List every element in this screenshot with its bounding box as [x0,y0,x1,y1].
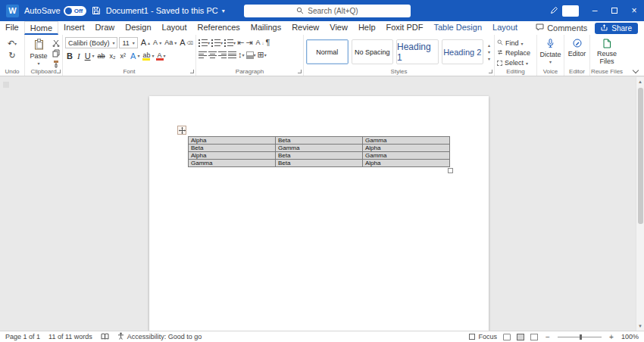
zoom-out-button[interactable]: − [544,333,552,341]
zoom-slider[interactable] [558,337,602,337]
search-input[interactable]: Search (Alt+Q) [244,5,411,17]
table-cell[interactable]: Gamma [363,137,450,145]
font-dialog-launcher[interactable] [190,70,194,73]
tab-home[interactable]: Home [24,21,58,35]
page-indicator[interactable]: Page 1 of 1 [5,333,40,340]
line-spacing-button[interactable]: ↕▾ [238,51,245,59]
font-size-select[interactable]: 11 ▾ [119,37,137,48]
editor-button[interactable]: Editor [567,37,587,58]
table-cell[interactable]: Gamma [189,160,276,167]
tab-help[interactable]: Help [353,21,381,35]
superscript-button[interactable]: x² [119,52,128,60]
styles-dialog-launcher[interactable] [489,70,492,73]
table-cell[interactable]: Beta [276,137,363,145]
table-move-handle[interactable] [177,126,186,135]
save-icon[interactable] [92,6,101,15]
tab-draw[interactable]: Draw [90,21,120,35]
comments-button[interactable]: Comments [536,23,587,33]
sort-button[interactable]: A↓ [254,39,264,46]
decrease-indent-button[interactable]: ⇤ [237,39,244,47]
numbering-button[interactable]: ▾ [211,39,223,46]
highlight-button[interactable]: ab▾ [141,52,154,61]
undo-button[interactable]: ↶▾ [8,39,17,48]
tab-table-layout[interactable]: Layout [487,21,523,35]
tab-review[interactable]: Review [286,21,324,35]
format-painter-button[interactable] [52,60,60,68]
copy-button[interactable] [52,49,60,58]
multilevel-list-button[interactable]: ▾ [224,39,236,46]
zoom-in-button[interactable]: + [608,333,615,341]
tab-file[interactable]: File [0,21,24,35]
change-case-button[interactable]: Aa▾ [163,39,177,46]
styles-gallery-more-icon[interactable]: ▾ [488,56,490,61]
style-normal[interactable]: Normal [306,39,349,64]
shrink-font-button[interactable]: A▾ [152,39,161,46]
bullets-button[interactable]: ▾ [199,39,210,46]
focus-button[interactable]: Focus [469,333,497,340]
zoom-level[interactable]: 100% [621,333,639,340]
user-avatar[interactable] [562,5,579,17]
vertical-scrollbar[interactable]: ▲ ▼ [636,77,644,331]
autosave-toggle[interactable]: Off [64,6,86,16]
tab-references[interactable]: References [192,21,245,35]
strikethrough-button[interactable]: ab [96,52,107,60]
collapse-ribbon-icon[interactable] [633,67,639,73]
document-title[interactable]: Document1 - Saved to this PC ▾ [106,6,225,15]
borders-button[interactable]: ⊞▾ [258,51,267,59]
shading-button[interactable]: ▾ [246,51,256,59]
style-heading-2[interactable]: Heading 2 [442,39,484,64]
restore-button[interactable] [605,0,624,21]
grow-font-button[interactable]: A▴ [139,39,150,47]
table-cell[interactable]: Alpha [189,137,276,145]
web-layout-button[interactable] [530,334,538,340]
find-button[interactable]: Find ▾ [497,39,534,47]
tab-mailings[interactable]: Mailings [245,21,286,35]
italic-button[interactable]: I [76,51,82,61]
styles-scroll-down-icon[interactable]: ▾ [488,49,490,54]
clipboard-dialog-launcher[interactable] [57,70,61,73]
tab-design[interactable]: Design [120,21,156,35]
table-cell[interactable]: Gamma [363,152,450,160]
proofing-icon[interactable] [101,333,109,340]
styles-scroll-up-icon[interactable]: ▴ [488,42,490,48]
reuse-files-button[interactable]: Reuse Files [592,37,621,66]
pen-mode-icon[interactable] [550,7,558,14]
tab-table-design[interactable]: Table Design [428,21,487,35]
tab-view[interactable]: View [324,21,353,35]
scroll-up-icon[interactable]: ▲ [638,77,642,86]
word-count[interactable]: 11 of 11 words [48,333,92,340]
read-mode-button[interactable] [503,334,511,340]
table-cell[interactable]: Alpha [363,145,450,152]
zoom-slider-thumb[interactable] [580,334,582,340]
font-color-button[interactable]: A▾ [156,52,166,61]
paragraph-dialog-launcher[interactable] [298,70,302,73]
redo-button[interactable]: ↻ [8,51,15,60]
align-center-button[interactable] [208,51,217,58]
table-cell[interactable]: Beta [276,160,363,167]
table-resize-handle[interactable] [448,168,453,173]
underline-button[interactable]: U▾ [83,52,95,61]
table-cell[interactable]: Beta [276,152,363,160]
accessibility-status[interactable]: Accessibility: Good to go [117,332,202,341]
show-paragraph-marks-button[interactable]: ¶ [266,39,270,47]
table-cell[interactable]: Alpha [363,160,450,167]
scrollbar-thumb[interactable] [638,88,643,224]
bold-button[interactable]: B [65,51,74,61]
style-heading-1[interactable]: Heading 1 [396,39,439,64]
tab-layout[interactable]: Layout [157,21,192,35]
align-left-button[interactable] [199,51,207,58]
table-cell[interactable]: Alpha [189,152,276,160]
font-family-select[interactable]: Calibri (Body) ▾ [65,37,117,48]
share-button[interactable]: Share [595,23,638,34]
cut-button[interactable] [52,39,60,47]
document-page[interactable]: Alpha Beta Gamma Beta Gamma Alpha Alpha … [149,96,489,331]
align-right-button[interactable] [218,51,227,58]
minimize-button[interactable]: – [585,0,605,21]
print-layout-button[interactable] [517,334,524,340]
table-cell[interactable]: Beta [189,145,276,152]
select-button[interactable]: Select ▾ [497,59,534,67]
replace-button[interactable]: Replace [497,49,534,57]
text-effects-button[interactable]: A▾ [129,52,139,61]
tab-insert[interactable]: Insert [58,21,90,35]
dictate-button[interactable]: Dictate ▾ [539,37,561,64]
